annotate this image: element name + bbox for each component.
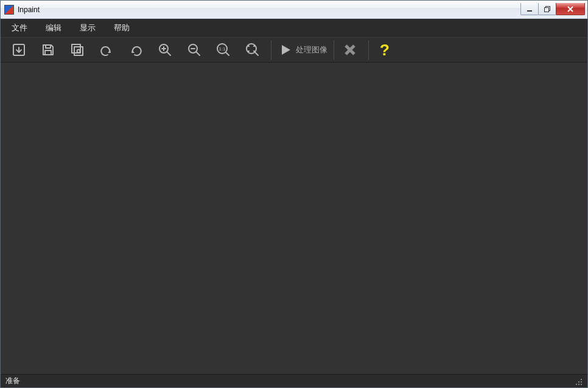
- zoom-out-icon: [187, 43, 201, 57]
- help-icon: ?: [380, 41, 390, 59]
- zoom-in-button[interactable]: [154, 39, 176, 61]
- app-icon: [4, 5, 14, 15]
- zoom-in-icon: [158, 43, 172, 57]
- toolbar: 1:1 处理图像 ?: [1, 37, 587, 63]
- cancel-icon: [343, 43, 357, 57]
- batch-icon: [70, 43, 85, 57]
- zoom-out-button[interactable]: [183, 39, 205, 61]
- minimize-icon: [526, 5, 533, 13]
- svg-rect-2: [545, 7, 549, 12]
- save-icon: [41, 43, 55, 57]
- save-button[interactable]: [37, 39, 59, 61]
- menu-file[interactable]: 文件: [5, 19, 40, 37]
- play-icon: [279, 43, 292, 57]
- svg-rect-7: [45, 50, 51, 55]
- svg-line-12: [167, 52, 170, 55]
- maximize-icon: [544, 5, 551, 13]
- cancel-button[interactable]: [339, 39, 361, 61]
- menubar: 文件 编辑 显示 帮助: [1, 19, 587, 37]
- window-controls: [521, 3, 585, 15]
- svg-line-16: [196, 52, 200, 55]
- zoom-actual-button[interactable]: 1:1: [212, 39, 234, 61]
- minimize-button[interactable]: [520, 3, 539, 15]
- undo-icon: [99, 43, 114, 57]
- svg-line-19: [226, 52, 229, 55]
- zoom-actual-icon: 1:1: [215, 43, 231, 57]
- toolbar-separator: [334, 40, 334, 60]
- titlebar: Inpaint: [1, 1, 587, 19]
- svg-rect-8: [72, 44, 80, 53]
- close-icon: [566, 5, 575, 13]
- svg-text:1:1: 1:1: [219, 46, 226, 52]
- batch-button[interactable]: [66, 39, 88, 61]
- zoom-fit-button[interactable]: [242, 39, 264, 61]
- canvas-area[interactable]: [1, 63, 587, 374]
- redo-button[interactable]: [125, 39, 147, 61]
- open-icon: [12, 43, 26, 57]
- toolbar-separator: [368, 40, 369, 60]
- open-button[interactable]: [8, 39, 30, 61]
- status-text: 准备: [5, 376, 20, 386]
- window-title: Inpaint: [18, 5, 40, 14]
- redo-icon: [128, 43, 143, 57]
- zoom-fit-icon: [245, 43, 261, 57]
- toolbar-separator: [271, 40, 271, 60]
- process-label: 处理图像: [296, 44, 327, 55]
- svg-point-10: [77, 50, 80, 53]
- maximize-button[interactable]: [538, 3, 556, 15]
- help-button[interactable]: ?: [374, 41, 396, 60]
- resize-grip[interactable]: [574, 377, 583, 386]
- process-button[interactable]: 处理图像: [276, 39, 334, 61]
- svg-rect-6: [46, 45, 51, 48]
- menu-edit[interactable]: 编辑: [40, 19, 74, 37]
- statusbar: 准备: [1, 374, 587, 387]
- svg-line-22: [255, 52, 258, 55]
- svg-rect-9: [74, 47, 83, 55]
- app-window: Inpaint 文件 编辑 显示 帮助: [0, 0, 588, 388]
- close-button[interactable]: [556, 3, 585, 15]
- undo-button[interactable]: [96, 39, 117, 61]
- menu-view[interactable]: 显示: [74, 19, 108, 37]
- menu-help[interactable]: 帮助: [108, 19, 142, 37]
